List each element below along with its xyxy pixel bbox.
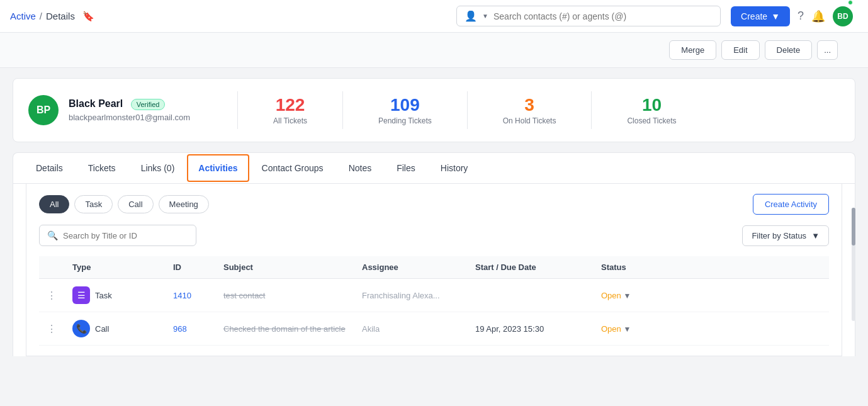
activity-search-input[interactable] xyxy=(63,231,188,240)
row-status[interactable]: Open ▼ xyxy=(594,279,829,312)
search-input[interactable] xyxy=(493,11,713,21)
table-row: ⋮ ☰ Task 1410 test contact xyxy=(39,279,829,312)
tab-links[interactable]: Links (0) xyxy=(128,153,188,183)
row-id[interactable]: 1410 xyxy=(166,279,216,312)
filter-row: All Task Call Meeting Create Activity xyxy=(39,194,829,215)
tab-files[interactable]: Files xyxy=(384,153,428,183)
chevron-down-icon: ▼ xyxy=(811,231,820,240)
row-assignee: Akila xyxy=(354,312,468,346)
row-more-icon[interactable]: ⋮ xyxy=(47,324,57,334)
contact-name-row: Black Pearl Verified xyxy=(69,98,190,110)
contact-info: BP Black Pearl Verified blackpearlmonste… xyxy=(28,95,217,125)
filter-all[interactable]: All xyxy=(39,195,69,213)
breadcrumb: Active / Details 🔖 xyxy=(10,11,456,22)
row-type: 📞 Call xyxy=(65,312,166,346)
filter-status-button[interactable]: Filter by Status ▼ xyxy=(742,225,829,246)
col-assignee-header: Assignee xyxy=(354,256,468,279)
scrollbar-thumb xyxy=(852,208,855,245)
breadcrumb-active: Active xyxy=(10,11,36,21)
activities-panel: All Task Call Meeting Create Activity 🔍 … xyxy=(26,184,842,356)
top-nav: Active / Details 🔖 👤 ▼ Create ▼ ? 🔔 BD xyxy=(0,0,868,33)
tab-notes[interactable]: Notes xyxy=(336,153,385,183)
delete-button[interactable]: Delete xyxy=(765,40,813,60)
nav-right: Create ▼ ? 🔔 BD xyxy=(731,6,858,26)
type-cell: 📞 Call xyxy=(72,320,158,337)
action-bar: Merge Edit Delete ... xyxy=(0,33,868,68)
col-id-header: ID xyxy=(166,256,216,279)
dropdown-icon[interactable]: ▼ xyxy=(482,13,488,20)
breadcrumb-current: Details xyxy=(46,11,75,21)
online-indicator xyxy=(848,0,853,5)
row-action[interactable]: ⋮ xyxy=(39,312,65,346)
search-filter-row: 🔍 Filter by Status ▼ xyxy=(39,225,829,246)
row-subject: test contact xyxy=(216,279,354,312)
edit-button[interactable]: Edit xyxy=(721,40,759,60)
filter-chips: All Task Call Meeting xyxy=(39,195,209,213)
help-icon[interactable]: ? xyxy=(798,9,804,23)
tabs-container: Details Tickets Links (0) Activities Con… xyxy=(13,152,855,356)
bookmark-icon[interactable]: 🔖 xyxy=(82,11,94,22)
search-icon: 🔍 xyxy=(47,230,58,240)
call-icon: 📞 xyxy=(72,320,90,337)
divider-2 xyxy=(342,91,343,129)
tab-tickets[interactable]: Tickets xyxy=(76,153,128,183)
table-header-row: Type ID Subject Assignee Start / Due Dat… xyxy=(39,256,829,279)
search-bar: 👤 ▼ xyxy=(456,6,721,26)
create-button[interactable]: Create ▼ xyxy=(731,6,790,26)
search-input-wrap: 🔍 xyxy=(39,225,196,246)
avatar[interactable]: BD xyxy=(833,6,853,26)
search-person-icon: 👤 xyxy=(465,10,477,22)
row-action[interactable]: ⋮ xyxy=(39,279,65,312)
col-status-header: Status xyxy=(594,256,829,279)
filter-call[interactable]: Call xyxy=(118,195,153,213)
scrollbar-track xyxy=(852,208,855,321)
stat-all-tickets: 122 All Tickets xyxy=(258,95,322,125)
contact-card: BP Black Pearl Verified blackpearlmonste… xyxy=(13,78,855,142)
type-cell: ☰ Task xyxy=(72,286,158,304)
tab-activities[interactable]: Activities xyxy=(187,154,249,182)
row-date: 19 Apr, 2023 15:30 xyxy=(468,312,594,346)
contact-email: blackpearlmonster01@gmail.com xyxy=(69,113,190,122)
breadcrumb-separator: / xyxy=(40,11,42,21)
filter-meeting[interactable]: Meeting xyxy=(159,195,209,213)
more-options-button[interactable]: ... xyxy=(817,40,838,60)
col-subject-header: Subject xyxy=(216,256,354,279)
row-subject: Checked the domain of the article xyxy=(216,312,354,346)
merge-button[interactable]: Merge xyxy=(669,40,716,60)
tabs: Details Tickets Links (0) Activities Con… xyxy=(13,153,855,184)
chevron-down-icon: ▼ xyxy=(771,11,780,21)
status-chevron[interactable]: ▼ xyxy=(623,291,631,300)
stat-closed-tickets: 10 Closed Tickets xyxy=(612,95,691,125)
table-row: ⋮ 📞 Call 968 Checked the domain xyxy=(39,312,829,346)
contact-details: Black Pearl Verified blackpearlmonster01… xyxy=(69,98,190,122)
activities-table: Type ID Subject Assignee Start / Due Dat… xyxy=(39,256,829,346)
col-type-header: Type xyxy=(65,256,166,279)
col-action-header xyxy=(39,256,65,279)
stat-hold-tickets: 3 On Hold Tickets xyxy=(488,95,572,125)
tab-history[interactable]: History xyxy=(428,153,481,183)
status-chevron[interactable]: ▼ xyxy=(623,325,631,334)
row-more-icon[interactable]: ⋮ xyxy=(47,290,57,301)
tab-contact-groups[interactable]: Contact Groups xyxy=(249,153,336,183)
task-icon: ☰ xyxy=(72,286,90,304)
notification-icon[interactable]: 🔔 xyxy=(811,9,825,23)
contact-avatar: BP xyxy=(28,95,59,125)
row-type: ☰ Task xyxy=(65,279,166,312)
main-content: Merge Edit Delete ... BP Black Pearl Ver… xyxy=(0,33,868,356)
col-date-header: Start / Due Date xyxy=(468,256,594,279)
filter-task[interactable]: Task xyxy=(74,195,113,213)
divider-4 xyxy=(591,91,592,129)
tab-details[interactable]: Details xyxy=(23,153,76,183)
divider xyxy=(237,91,238,129)
row-assignee: Franchisaling Alexa... xyxy=(354,279,468,312)
divider-3 xyxy=(467,91,468,129)
stat-pending-tickets: 109 Pending Tickets xyxy=(363,95,447,125)
create-activity-button[interactable]: Create Activity xyxy=(753,194,829,215)
row-date xyxy=(468,279,594,312)
row-id[interactable]: 968 xyxy=(166,312,216,346)
row-status[interactable]: Open ▼ xyxy=(594,312,829,346)
